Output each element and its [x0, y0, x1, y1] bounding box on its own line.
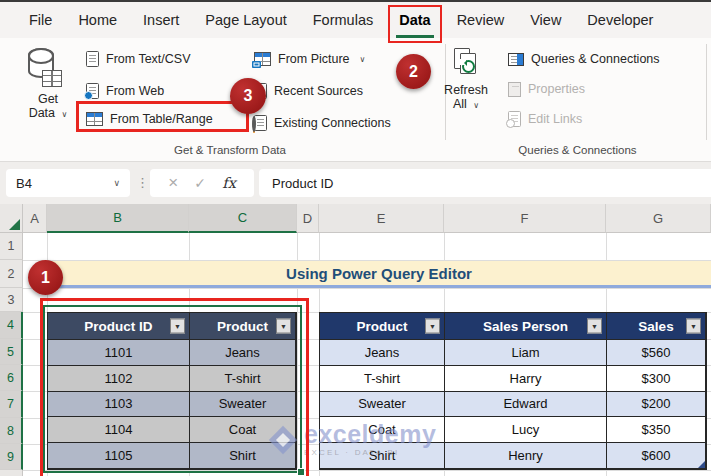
- properties-button: Properties: [508, 79, 585, 99]
- annotation-step-3: 3: [230, 78, 266, 114]
- tab-view[interactable]: View: [517, 2, 574, 38]
- tab-formulas[interactable]: Formulas: [300, 2, 386, 38]
- tab-home[interactable]: Home: [65, 2, 130, 38]
- queries-connections-icon: [508, 53, 524, 66]
- column-header-d[interactable]: D: [297, 204, 319, 233]
- row-header-4[interactable]: 4: [0, 312, 23, 339]
- table-cell[interactable]: $350: [607, 417, 706, 443]
- row-header-3[interactable]: 3: [0, 288, 23, 312]
- refresh-all-button[interactable]: Refresh All ∨: [438, 48, 494, 111]
- formula-controls: × ✓ fx: [150, 169, 254, 197]
- column-header-c[interactable]: C: [189, 204, 297, 233]
- column-header-e[interactable]: E: [319, 204, 444, 233]
- group-divider: [706, 44, 707, 140]
- table-cell[interactable]: $560: [607, 340, 706, 366]
- ribbon-tab-bar: File Home Insert Page Layout Formulas Da…: [0, 2, 711, 38]
- filter-icon[interactable]: ▼: [587, 319, 602, 334]
- filter-icon[interactable]: ▼: [686, 319, 701, 334]
- existing-connections-icon: [254, 115, 267, 131]
- table-cell[interactable]: Liam: [445, 340, 607, 366]
- name-box[interactable]: B4 ∨: [6, 169, 130, 197]
- edit-links-button: Edit Links: [508, 109, 582, 129]
- row-header-2[interactable]: 2: [0, 260, 23, 288]
- table-cell[interactable]: Edward: [445, 392, 607, 418]
- table-cell[interactable]: Harry: [445, 366, 607, 392]
- table-cell[interactable]: Lucy: [445, 417, 607, 443]
- group-label-queries-connections: Queries & Connections: [455, 144, 700, 156]
- get-data-icon: [28, 46, 68, 92]
- picture-icon: [254, 52, 271, 66]
- column-header-g[interactable]: G: [606, 204, 711, 233]
- cancel-icon[interactable]: ×: [168, 173, 178, 193]
- table-header-cell[interactable]: Sales Person ▼: [445, 313, 607, 340]
- tab-data[interactable]: Data: [386, 2, 443, 38]
- web-icon: [86, 83, 99, 99]
- row-header-10-partial[interactable]: [0, 470, 23, 476]
- annotation-red-box-data-tab: [388, 5, 441, 43]
- table-cell[interactable]: Sweater: [320, 392, 445, 418]
- group-label-get-transform: Get & Transform Data: [30, 144, 430, 156]
- table-cell[interactable]: $300: [607, 366, 706, 392]
- annotation-red-box-table: [40, 298, 309, 476]
- tab-developer[interactable]: Developer: [574, 2, 666, 38]
- tab-page-layout[interactable]: Page Layout: [192, 2, 299, 38]
- tab-insert[interactable]: Insert: [130, 2, 192, 38]
- worksheet: A B C D E F G 1 2 3 4 5 6 7 8 9 Using Po…: [0, 204, 711, 476]
- table-header-cell[interactable]: Sales ▼: [607, 313, 706, 340]
- recent-sources-button[interactable]: Recent Sources: [254, 81, 363, 101]
- sheet-title: Using Power Query Editor: [286, 265, 472, 282]
- table-cell[interactable]: Shirt: [320, 443, 445, 469]
- select-all-button[interactable]: [0, 204, 23, 233]
- enter-icon[interactable]: ✓: [194, 175, 206, 191]
- row-header-5[interactable]: 5: [0, 339, 23, 365]
- table-resize-handle[interactable]: [698, 461, 705, 468]
- ribbon: Get Data ∨ From Text/CSV From Web From T…: [0, 38, 711, 162]
- table-cell[interactable]: Henry: [445, 443, 607, 469]
- table-cell[interactable]: Coat: [320, 417, 445, 443]
- column-header-a[interactable]: A: [23, 204, 47, 233]
- from-picture-button[interactable]: From Picture ∨: [254, 49, 365, 69]
- table-header-cell[interactable]: Product ▼: [320, 313, 445, 340]
- tab-review[interactable]: Review: [444, 2, 518, 38]
- row-header-7[interactable]: 7: [0, 391, 23, 418]
- sales-table: Product ▼ Sales Person ▼ Sales ▼ Jeans L…: [319, 312, 707, 470]
- column-header-f[interactable]: F: [444, 204, 606, 233]
- row-header-9[interactable]: 9: [0, 444, 23, 470]
- column-header-b[interactable]: B: [47, 204, 189, 233]
- get-data-button[interactable]: Get Data ∨: [22, 46, 74, 120]
- annotation-red-box-from-table-range: [76, 101, 249, 132]
- row-header-6[interactable]: 6: [0, 365, 23, 391]
- refresh-all-icon: [454, 48, 478, 78]
- annotation-step-2: 2: [396, 54, 431, 89]
- from-web-button[interactable]: From Web: [86, 81, 164, 101]
- formula-bar-separator: ⋮: [136, 175, 149, 190]
- annotation-step-1: 1: [28, 260, 63, 295]
- row-header-1[interactable]: 1: [0, 233, 23, 260]
- properties-icon: [508, 82, 521, 97]
- table-cell[interactable]: T-shirt: [320, 366, 445, 392]
- table-cell[interactable]: $200: [607, 392, 706, 418]
- existing-connections-button[interactable]: Existing Connections: [254, 113, 391, 133]
- text-csv-icon: [86, 51, 99, 67]
- excel-window: File Home Insert Page Layout Formulas Da…: [0, 0, 711, 476]
- formula-input[interactable]: Product ID: [259, 169, 711, 197]
- filter-icon[interactable]: ▼: [425, 319, 440, 334]
- sheet-title-cell[interactable]: Using Power Query Editor: [47, 261, 711, 288]
- edit-links-icon: [508, 111, 521, 127]
- chevron-down-icon: ∨: [360, 55, 366, 64]
- row-header-8[interactable]: 8: [0, 418, 23, 444]
- insert-function-icon[interactable]: fx: [222, 175, 236, 191]
- tab-file[interactable]: File: [16, 2, 65, 38]
- chevron-down-icon: ∨: [473, 101, 479, 110]
- formula-bar: B4 ∨ ⋮ × ✓ fx Product ID: [0, 162, 711, 204]
- table-cell[interactable]: Jeans: [320, 340, 445, 366]
- select-all-icon: [9, 219, 20, 230]
- queries-connections-button[interactable]: Queries & Connections: [508, 49, 660, 69]
- chevron-down-icon: ∨: [62, 110, 68, 119]
- chevron-down-icon: ∨: [113, 178, 120, 188]
- table-cell[interactable]: $600: [607, 443, 706, 469]
- from-text-csv-button[interactable]: From Text/CSV: [86, 49, 191, 69]
